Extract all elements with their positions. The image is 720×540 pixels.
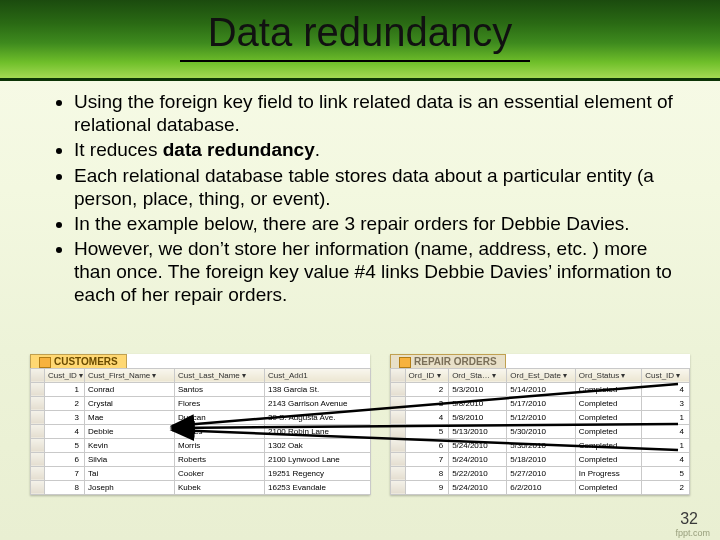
slide-number: 32 bbox=[680, 510, 698, 528]
table-row: 3MaeDuncan39 S. Augusta Ave. bbox=[31, 410, 371, 424]
row-selector bbox=[31, 480, 45, 494]
cell: Conrad bbox=[85, 382, 175, 396]
cell: 6 bbox=[405, 438, 449, 452]
cell: Completed bbox=[575, 480, 641, 494]
row-selector bbox=[391, 424, 406, 438]
cell: 5/13/2010 bbox=[449, 424, 507, 438]
cell: 5/12/2010 bbox=[507, 410, 576, 424]
table-row: 85/22/20105/27/2010In Progress5 bbox=[391, 466, 690, 480]
row-selector bbox=[31, 382, 45, 396]
row-selector bbox=[391, 480, 406, 494]
cell: Debbie bbox=[85, 424, 175, 438]
bullet-item: However, we don’t store her information … bbox=[74, 237, 682, 307]
cell: 2100 Robin Lane bbox=[265, 424, 371, 438]
row-selector bbox=[31, 452, 45, 466]
repair-orders-table-panel: REPAIR ORDERS Ord_ID ▾Ord_Sta… ▾Ord_Est_… bbox=[390, 354, 690, 495]
row-selector bbox=[31, 438, 45, 452]
row-selector-header bbox=[391, 368, 406, 382]
cell: 39 S. Augusta Ave. bbox=[265, 410, 371, 424]
cell: 4 bbox=[642, 382, 690, 396]
cell: Duncan bbox=[175, 410, 265, 424]
column-header: Ord_Est_Date ▾ bbox=[507, 368, 576, 382]
cell: 5/24/2010 bbox=[449, 480, 507, 494]
cell: 1302 Oak bbox=[265, 438, 371, 452]
cell: 1 bbox=[45, 382, 85, 396]
table-row: 5KevinMorris1302 Oak bbox=[31, 438, 371, 452]
footer-credit: fppt.com bbox=[675, 528, 710, 538]
customers-grid: Cust_ID ▾Cust_First_Name ▾Cust_Last_Name… bbox=[30, 368, 371, 495]
database-screenshot-area: CUSTOMERS Cust_ID ▾Cust_First_Name ▾Cust… bbox=[30, 348, 690, 510]
cell: 6/2/2010 bbox=[507, 480, 576, 494]
table-row: 2CrystalFlores2143 Garrison Avenue bbox=[31, 396, 371, 410]
row-selector bbox=[391, 396, 406, 410]
cell: Completed bbox=[575, 438, 641, 452]
column-header: Ord_Status ▾ bbox=[575, 368, 641, 382]
cell: 5/8/2010 bbox=[449, 410, 507, 424]
cell: 5 bbox=[405, 424, 449, 438]
repair-orders-grid: Ord_ID ▾Ord_Sta… ▾Ord_Est_Date ▾Ord_Stat… bbox=[390, 368, 690, 495]
cell: Completed bbox=[575, 452, 641, 466]
slide-title: Data redundancy bbox=[0, 10, 720, 55]
customers-tab: CUSTOMERS bbox=[30, 354, 127, 368]
cell: 5/24/2010 bbox=[449, 438, 507, 452]
cell: Flores bbox=[175, 396, 265, 410]
cell: Joseph bbox=[85, 480, 175, 494]
cell: 5 bbox=[642, 466, 690, 480]
cell: 2 bbox=[642, 480, 690, 494]
cell: Crystal bbox=[85, 396, 175, 410]
cell: 5/30/2010 bbox=[507, 438, 576, 452]
table-row: 45/8/20105/12/2010Completed1 bbox=[391, 410, 690, 424]
cell: 1 bbox=[642, 410, 690, 424]
slide: Data redundancy Using the foreign key fi… bbox=[0, 0, 720, 540]
column-header: Cust_Add1 bbox=[265, 368, 371, 382]
table-row: 1ConradSantos138 Garcia St. bbox=[31, 382, 371, 396]
bullet-item: It reduces data redundancy. bbox=[74, 138, 682, 161]
bullet-item: Each relational database table stores da… bbox=[74, 164, 682, 210]
column-header: Cust_Last_Name ▾ bbox=[175, 368, 265, 382]
row-selector bbox=[391, 438, 406, 452]
cell: Santos bbox=[175, 382, 265, 396]
cell: 4 bbox=[405, 410, 449, 424]
cell: 5/8/2010 bbox=[449, 396, 507, 410]
table-row: 25/3/20105/14/2010Completed4 bbox=[391, 382, 690, 396]
cell: Completed bbox=[575, 382, 641, 396]
cell: 2 bbox=[45, 396, 85, 410]
cell: 2100 Lynwood Lane bbox=[265, 452, 371, 466]
cell: Completed bbox=[575, 410, 641, 424]
bullet-item: In the example below, there are 3 repair… bbox=[74, 212, 682, 235]
cell: 5/24/2010 bbox=[449, 452, 507, 466]
title-underline bbox=[180, 60, 530, 62]
column-header: Cust_First_Name ▾ bbox=[85, 368, 175, 382]
cell: 16253 Evandale bbox=[265, 480, 371, 494]
cell: 5/17/2010 bbox=[507, 396, 576, 410]
cell: 5/14/2010 bbox=[507, 382, 576, 396]
cell: 4 bbox=[642, 452, 690, 466]
table-row: 6SilviaRoberts2100 Lynwood Lane bbox=[31, 452, 371, 466]
cell: 4 bbox=[642, 424, 690, 438]
cell: 1 bbox=[642, 438, 690, 452]
repair-orders-tab-label: REPAIR ORDERS bbox=[414, 356, 497, 367]
repair-orders-tab: REPAIR ORDERS bbox=[390, 354, 506, 368]
table-row: 55/13/20105/30/2010Completed4 bbox=[391, 424, 690, 438]
cell: 5/18/2010 bbox=[507, 452, 576, 466]
table-row: 8JosephKubek16253 Evandale bbox=[31, 480, 371, 494]
column-header: Ord_Sta… ▾ bbox=[449, 368, 507, 382]
row-selector bbox=[31, 466, 45, 480]
cell: 19251 Regency bbox=[265, 466, 371, 480]
column-header: Cust_ID ▾ bbox=[642, 368, 690, 382]
cell: Morris bbox=[175, 438, 265, 452]
cell: Cooker bbox=[175, 466, 265, 480]
cell: 5 bbox=[45, 438, 85, 452]
cell: 138 Garcia St. bbox=[265, 382, 371, 396]
cell: Kevin bbox=[85, 438, 175, 452]
row-selector bbox=[391, 382, 406, 396]
cell: Kubek bbox=[175, 480, 265, 494]
cell: 5/22/2010 bbox=[449, 466, 507, 480]
table-row: 4DebbieDavies2100 Robin Lane bbox=[31, 424, 371, 438]
cell: Silvia bbox=[85, 452, 175, 466]
cell: 7 bbox=[405, 452, 449, 466]
customers-table-panel: CUSTOMERS Cust_ID ▾Cust_First_Name ▾Cust… bbox=[30, 354, 370, 495]
row-selector bbox=[391, 410, 406, 424]
cell: 7 bbox=[45, 466, 85, 480]
cell: In Progress bbox=[575, 466, 641, 480]
